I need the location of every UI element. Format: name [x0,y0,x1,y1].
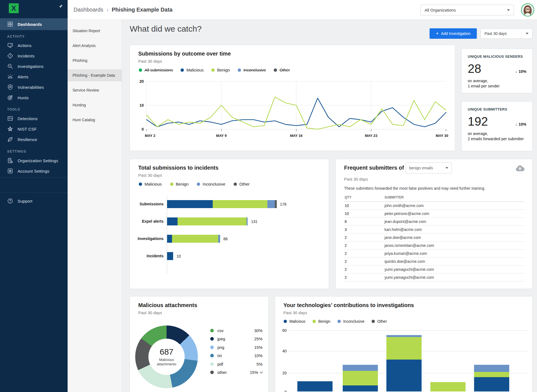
legend-item-benign[interactable]: Benign [170,182,189,186]
bar-segment-inconclusive [386,335,422,337]
svg-text:MAY 16: MAY 16 [290,134,303,138]
subnav-item-phishing[interactable]: Phishing [68,54,122,67]
legend-label: Benign [176,182,189,186]
legend-item-inconclusive[interactable]: Inconclusive [238,68,266,72]
sidebar-item-investigations[interactable]: Investigations [0,61,68,71]
donut-legend-item-jpeg[interactable]: jpeg25% [210,335,262,343]
kpi-note: on average,2 emails forwarded per submit… [468,131,526,142]
donut-legend-item-other[interactable]: other15% [210,368,262,377]
kpi-title: UNIQUE SUBMITTERS [468,107,526,111]
donut-legend-item-png[interactable]: png15% [210,343,262,352]
user-avatar[interactable] [521,3,534,16]
pin-sidebar-icon[interactable] [58,4,63,9]
expel-logo[interactable]: X [9,3,19,13]
legend-item-inconclusive[interactable]: Inconclusive [337,319,364,324]
subnav-item-service-review[interactable]: Service Review [68,84,122,96]
breadcrumb-dashboards-link[interactable]: Dashboards [74,7,103,13]
download-icon[interactable] [515,165,525,172]
legend-item-benign[interactable]: Benign [312,319,330,324]
legend-item-other[interactable]: Other [274,68,290,72]
donut-legend-item-csv[interactable]: csv30% [210,326,262,335]
legend-item-malicious[interactable]: Malicious [181,68,204,72]
table-row: 10john.smith@acme.com [344,202,525,210]
bar-segment-malicious [297,381,333,391]
legend-label: Other [377,319,387,324]
sidebar-item-actions[interactable]: Actions [0,40,68,51]
panel-submissions-over-time: Submissions by outcome over time Past 30… [130,45,455,151]
plus-icon: + [436,31,439,37]
legend-item-inconclusive[interactable]: Inconclusive [197,182,225,186]
organization-selector[interactable]: All Organizations [420,5,514,15]
column-header-qty: QTY [344,194,384,202]
table-row: 3kari.holm@acme.com [344,226,525,234]
hbar-row-label: Expel alerts [131,219,164,223]
panel-total-submissions: Total submissions to incidents Past 30 d… [130,159,329,289]
sidebar-item-alerts[interactable]: Alerts [0,71,68,82]
legend-item-all-submissions[interactable]: All submissions [139,68,173,72]
legend-item-benign[interactable]: Benign [211,68,230,72]
add-investigation-button[interactable]: + Add Investigation [430,28,477,39]
legend-item-malicious[interactable]: Malicious [284,319,305,324]
svg-text:MAY 30: MAY 30 [436,134,448,138]
chevron-down-icon[interactable] [260,370,263,373]
cell-submitter: priya.kumari@acme.com [384,250,525,258]
subnav-item-hunting[interactable]: Hunting [68,99,122,111]
subnav-item-phishing-example-data[interactable]: Phishing - Example Data [68,69,122,81]
legend-dot [274,68,277,72]
dashboard-subnav: Situation ReportAlert AnalysisPhishingPh… [68,20,122,392]
bar-segment-malicious [386,360,422,391]
submissions-line-chart: 20100MAY 2MAY 9MAY 16MAY 23MAY 30 [134,76,450,142]
bar-segment-benign [386,337,422,360]
y-axis-label: 0 [276,390,287,392]
sidebar-item-nist-csf[interactable]: NIST CSF [0,124,68,134]
sidebar-item-account-settings[interactable]: Account Settings [0,166,68,176]
donut-legend-item-txt[interactable]: txt10% [210,352,262,360]
subnav-item-alert-analysis[interactable]: Alert Analysis [68,40,122,52]
legend-dot [234,183,237,186]
hbar-bar [167,235,220,243]
legend-item-other[interactable]: Other [372,319,387,324]
sidebar-item-label: Alerts [18,74,29,79]
stacked-bar [474,365,509,391]
sidebar-item-hunts[interactable]: Hunts [0,92,68,103]
subnav-item-situation-report[interactable]: Situation Report [68,25,122,37]
svg-text:MAY 2: MAY 2 [145,134,155,138]
hbar-row-incidents: Incidents10 [130,252,329,260]
sidebar-item-organization-settings[interactable]: Organization Settings [0,155,68,166]
svg-text:0: 0 [142,127,144,131]
sidebar-item-detections[interactable]: Detections [0,113,68,124]
donut-legend-item-pdf[interactable]: pdf5% [210,360,262,368]
table-row: 2jane.doe@acme.com [344,234,525,242]
legend-percent: 30% [254,328,262,333]
legend-label: Malicious [289,319,305,324]
hbar-segment-inconclusive [267,200,275,208]
bar-segment-malicious [474,377,509,391]
sidebar-item-dashboards[interactable]: Dashboards [0,18,68,30]
bar-segment-benign [343,371,378,385]
donut-legend: csv30%jpeg25%png15%txt10%pdf5%other15% [210,326,262,377]
legend-label: Inconclusive [243,68,266,72]
chevron-down-icon [445,167,448,169]
sidebar-item-support[interactable]: Support [0,196,68,206]
hbar-segment-malicious [167,252,173,260]
primary-sidebar: X Dashboards ACTIVITY Actions Incidents … [0,0,68,392]
legend-percent: 15% [250,370,258,375]
dashboards-grid-icon [7,21,13,27]
time-range-selector[interactable]: Past 30 days [480,28,533,39]
sidebar-item-incidents[interactable]: Incidents [0,51,68,61]
organization-selector-value: All Organizations [425,8,456,12]
sidebar-item-label: Resilience [18,137,37,142]
add-investigation-label: Add Investigation [441,31,470,36]
legend-dot [284,320,287,323]
sidebar-item-label: Hunts [18,95,29,100]
sidebar-item-vulnerabilities[interactable]: Vulnerabilities [0,82,68,92]
sidebar-item-resilience[interactable]: Resilience [0,134,68,145]
subnav-item-hunt-catalog[interactable]: Hunt Catalog [68,114,122,126]
submitter-type-selector[interactable]: benign emails [406,162,452,173]
legend-item-malicious[interactable]: Malicious [139,182,162,186]
legend-percent: 15% [254,345,262,350]
hbar-chart-legend: MaliciousBenignInconclusiveOther [139,182,250,186]
kpi-unique-malicious-senders: UNIQUE MALICIOUS SENDERS 28 ↓ 10% on ave… [461,49,533,93]
legend-item-other[interactable]: Other [234,182,250,186]
legend-label: All submissions [145,68,173,72]
